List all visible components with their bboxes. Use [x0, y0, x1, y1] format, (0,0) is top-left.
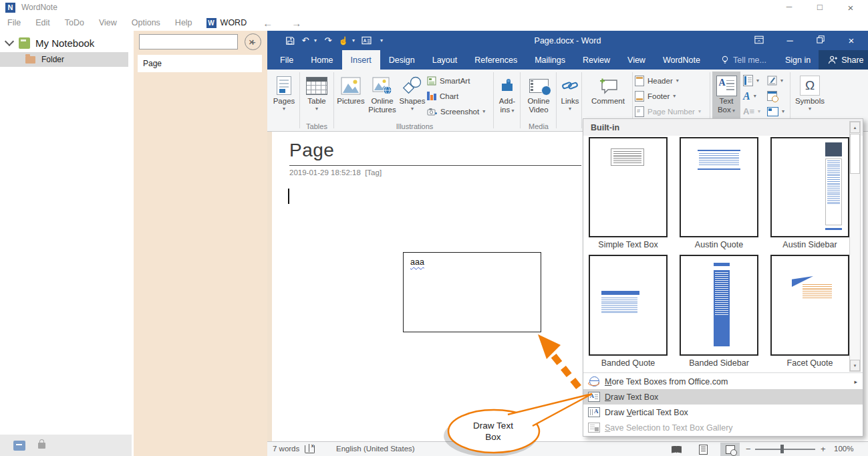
smartart-icon	[427, 76, 436, 86]
menu-help[interactable]: Help	[168, 18, 200, 27]
menu-item-draw-vertical-text-box[interactable]: Draw Vertical Text Box	[583, 405, 863, 420]
touch-mode-dropdown-icon[interactable]	[352, 37, 357, 43]
menu-options[interactable]: Options	[124, 18, 168, 27]
zoom-level[interactable]: 100%	[834, 445, 853, 453]
menu-view[interactable]: View	[92, 18, 124, 27]
word-close-button[interactable]	[844, 35, 859, 46]
gallery-item-facet-quote[interactable]	[770, 255, 849, 356]
gallery-item-austin-quote[interactable]	[680, 137, 758, 237]
gallery-scrollbar[interactable]	[849, 121, 861, 372]
drawn-text-box[interactable]: aaa	[403, 252, 541, 332]
banded-sidebar-preview	[714, 263, 730, 346]
textbox-qat-button[interactable]	[359, 33, 373, 48]
undo-button[interactable]	[299, 33, 312, 48]
chevron-down-icon[interactable]	[5, 37, 14, 46]
touch-mode-button[interactable]	[337, 33, 350, 48]
add-page-button[interactable]	[245, 33, 261, 50]
zoom-out-button[interactable]: −	[746, 444, 751, 454]
footer-button[interactable]: Footer	[635, 89, 676, 103]
menu-item-more-text-boxes[interactable]: More Text Boxes from Office.com	[583, 374, 863, 389]
mini-notebook-icon[interactable]	[13, 441, 25, 451]
lock-icon[interactable]	[38, 443, 45, 449]
nav-back-icon[interactable]	[253, 17, 282, 29]
menu-word[interactable]: WORD	[200, 18, 254, 28]
online-pictures-button[interactable]: Online Pictures	[367, 72, 398, 129]
menu-item-draw-text-box[interactable]: Draw Text Box	[583, 389, 863, 405]
page-list-label: Page	[143, 59, 162, 68]
menu-todo[interactable]: ToDo	[57, 18, 92, 27]
tab-insert[interactable]: Insert	[342, 50, 380, 70]
pages-button[interactable]: Pages	[271, 72, 297, 129]
gallery-item-banded-quote[interactable]	[589, 255, 668, 356]
save-button[interactable]	[283, 33, 297, 48]
tab-review[interactable]: Review	[574, 50, 619, 70]
sign-in-button[interactable]: Sign in	[777, 50, 819, 70]
undo-dropdown-icon[interactable]	[314, 37, 319, 43]
gallery-item-simple-text-box[interactable]	[589, 137, 668, 237]
menu-edit[interactable]: Edit	[28, 18, 57, 27]
wordart-button[interactable]	[743, 89, 756, 103]
print-layout-button[interactable]	[694, 443, 713, 456]
object-button[interactable]	[767, 104, 784, 118]
tab-references[interactable]: References	[466, 50, 526, 70]
gallery-item-banded-sidebar[interactable]	[680, 255, 758, 356]
shapes-button[interactable]: Shapes	[399, 72, 426, 129]
minimize-button[interactable]	[782, 2, 796, 13]
share-button[interactable]: Share	[819, 50, 868, 70]
word-count[interactable]: 7 words	[273, 445, 299, 453]
online-video-button[interactable]: Online Video	[523, 72, 555, 129]
zoom-in-button[interactable]: +	[821, 444, 826, 454]
tab-design[interactable]: Design	[380, 50, 424, 70]
gallery-item-austin-sidebar[interactable]	[770, 137, 849, 237]
chart-button[interactable]: Chart	[427, 89, 458, 103]
maximize-button[interactable]	[813, 2, 827, 13]
date-time-button[interactable]	[767, 89, 777, 103]
redo-button[interactable]	[321, 33, 335, 48]
tab-layout[interactable]: Layout	[424, 50, 466, 70]
word-minimize-button[interactable]	[782, 35, 797, 45]
tell-me-box[interactable]: Tell me...	[713, 50, 774, 70]
page-list-item[interactable]: Page	[138, 55, 262, 72]
tab-wordnote[interactable]: WordNote	[654, 50, 709, 70]
pictures-button[interactable]: Pictures	[336, 72, 366, 129]
tab-home[interactable]: Home	[302, 50, 341, 70]
gallery-section-header: Built-in	[583, 119, 863, 136]
tab-mailings[interactable]: Mailings	[526, 50, 574, 70]
table-icon	[306, 77, 327, 95]
sidebar-item-folder[interactable]: Folder	[0, 52, 128, 67]
shapes-icon	[402, 76, 422, 95]
zoom-slider-track[interactable]	[755, 449, 815, 450]
qat-customize-icon[interactable]	[380, 37, 386, 43]
pages-dropdown-icon	[283, 106, 285, 112]
tab-view[interactable]: View	[619, 50, 654, 70]
quick-parts-button[interactable]	[743, 74, 759, 88]
screenshot-icon	[427, 108, 437, 116]
header-button[interactable]: Header	[635, 74, 679, 88]
signature-line-button[interactable]	[767, 74, 783, 88]
menu-file[interactable]: File	[0, 18, 28, 27]
tab-file[interactable]: File	[271, 50, 302, 70]
read-mode-button[interactable]	[667, 443, 686, 456]
wordart-icon	[743, 92, 750, 101]
web-layout-button[interactable]	[720, 443, 740, 456]
scroll-up-icon[interactable]	[850, 122, 860, 133]
addins-button[interactable]: Add-ins	[495, 72, 519, 129]
banded-quote-preview	[601, 291, 639, 313]
word-restore-button[interactable]	[813, 35, 828, 45]
smartart-button[interactable]: SmartArt	[427, 74, 470, 88]
nav-forward-icon[interactable]	[282, 17, 311, 29]
header-icon	[635, 76, 644, 86]
scroll-down-icon[interactable]	[850, 360, 860, 371]
sidebar-item-notebook[interactable]: My Notebook	[0, 35, 134, 51]
zoom-slider-handle[interactable]	[780, 445, 784, 453]
ribbon-display-options-button[interactable]	[752, 35, 766, 46]
language-status[interactable]: English (United States)	[336, 445, 415, 453]
scrollbar-thumb[interactable]	[850, 134, 860, 174]
links-button[interactable]: Links	[559, 72, 581, 129]
close-button[interactable]	[844, 2, 857, 13]
wordart-dropdown-icon	[754, 93, 756, 99]
proofing-status-icon[interactable]	[305, 445, 315, 455]
search-input[interactable]	[142, 35, 249, 48]
table-button[interactable]: Table	[302, 72, 331, 129]
screenshot-button[interactable]: Screenshot	[427, 104, 485, 118]
